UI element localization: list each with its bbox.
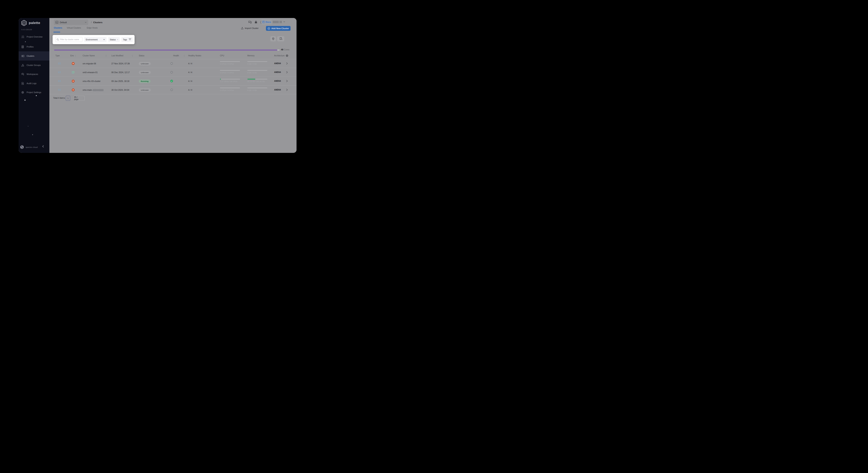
cluster-name[interactable]: vmo-45c-03-cluster: [83, 80, 100, 82]
memory-usage-text: 0 Gb / 0 Gb: [247, 72, 257, 74]
cluster-type-icon: [58, 88, 61, 91]
project-selector[interactable]: Default: [54, 20, 88, 25]
doc-search-icon: [21, 82, 24, 85]
col-health[interactable]: Health: [173, 55, 185, 57]
sidebar-item-cluster-groups[interactable]: Cluster Groups: [19, 61, 50, 70]
add-new-cluster-button[interactable]: Add New Cluster: [266, 26, 290, 31]
status-badge: Unknown: [139, 62, 151, 65]
col-architecture: Architecture: [274, 55, 284, 57]
cpu-usage-text: 0 CPUs / 0 CPUs: [220, 63, 234, 65]
cpu-usage-bar: [220, 88, 240, 88]
col-memory: Memory: [247, 55, 254, 57]
palette-logo-icon: [21, 20, 27, 26]
healthy-nodes: 4 / 4: [188, 89, 192, 91]
svg-text:CSV: CSV: [280, 39, 282, 40]
memory-usage-text: 0 Gb / 0 Gb: [247, 63, 257, 65]
cores-usage-fill: [54, 49, 277, 50]
col-last-modified[interactable]: Last Modified: [112, 55, 133, 57]
table-body: vm-migrate-06 27 Nov 2024, 07:39 Unknown…: [50, 59, 297, 94]
table-row[interactable]: vm-migrate-06 27 Nov 2024, 07:39 Unknown…: [50, 59, 297, 68]
status-dropdown[interactable]: Status: [108, 37, 120, 42]
page-size-select[interactable]: 25 / page: [74, 96, 85, 101]
import-cluster-button[interactable]: Import Cluster: [241, 27, 258, 29]
brand-name: palette: [29, 21, 40, 25]
feedback-chat-icon[interactable]: [248, 20, 252, 24]
footer-brand-label: spectro cloud: [26, 146, 38, 148]
sidebar-item-project-settings[interactable]: Project Settings: [19, 88, 50, 97]
chevron-down-icon: [103, 39, 105, 40]
health-ok-icon: [170, 80, 173, 82]
cluster-name[interactable]: vm-migrate-06: [83, 62, 96, 65]
cpu-usage-text: 0 CPUs / 0 CPUs: [220, 89, 234, 91]
user-menu-chevron-icon[interactable]: [283, 21, 285, 22]
sidebar-item-label: Audit Logs: [27, 82, 37, 85]
collapse-sidebar-icon[interactable]: [42, 145, 44, 148]
cpu-usage-text: 2.17 CPUs / 48 CPUs: [220, 80, 237, 82]
env-openshift-icon: [72, 89, 74, 91]
row-chevron-right-icon[interactable]: [286, 80, 288, 82]
col-status: Status: [139, 55, 144, 57]
docs-button[interactable]: Docs: [261, 20, 272, 25]
user-name-redacted[interactable]: [273, 21, 279, 23]
breadcrumb-separator: /: [91, 21, 92, 24]
memory-usage-bar: [247, 79, 267, 79]
sort-icon: [132, 55, 133, 57]
project-selector-value: Default: [60, 21, 83, 24]
decorative-dot: [28, 126, 28, 127]
environment-dropdown[interactable]: Environment: [84, 37, 106, 42]
table-row[interactable]: vm0-vmware-01 06 Dec 2024, 12:17 Unknown…: [50, 68, 297, 76]
filter-funnel-icon: [129, 38, 131, 40]
app-window: palette 4.6.0-250108 Project Overview: [19, 18, 297, 153]
sidebar-item-label: Workspaces: [27, 73, 38, 75]
tab-clusters[interactable]: Clusters: [54, 27, 62, 31]
active-tab-indicator: [53, 32, 60, 32]
sidebar-item-clusters[interactable]: Clusters: [19, 52, 50, 61]
sidebar-item-project-overview[interactable]: Project Overview: [19, 32, 50, 41]
decorative-dot: [32, 134, 33, 135]
bar-chart-icon: [21, 35, 24, 38]
prev-page-button[interactable]: ‹: [63, 97, 64, 99]
last-modified: 09 Jan 2025, 18:18: [112, 80, 129, 82]
sidebar-item-audit-logs[interactable]: Audit Logs: [19, 79, 50, 88]
cluster-search: [55, 37, 82, 42]
tab-virtual-clusters[interactable]: Virtual Clusters: [67, 27, 81, 31]
export-csv-button[interactable]: CSV: [277, 36, 284, 41]
next-page-button[interactable]: ›: [71, 97, 71, 99]
sidebar-item-workspaces[interactable]: Workspaces: [19, 70, 50, 79]
column-settings-gear-icon[interactable]: [285, 54, 288, 57]
healthy-nodes: 4 / 4: [188, 62, 192, 65]
architecture: AMD64: [274, 89, 281, 91]
breadcrumb: / Clusters: [91, 20, 102, 25]
row-chevron-right-icon[interactable]: [286, 89, 288, 91]
bug-report-icon[interactable]: [254, 20, 258, 24]
add-new-cluster-label: Add New Cluster: [271, 27, 289, 30]
architecture: AMD64: [274, 71, 281, 73]
current-page-button[interactable]: 1: [66, 96, 70, 101]
table-row[interactable]: vmo-45c-03-cluster 09 Jan 2025, 18:18 Ru…: [50, 76, 297, 85]
cluster-name[interactable]: vm0-vmware-01: [83, 71, 98, 73]
env-openshift-icon: [72, 62, 74, 65]
orbit-icon: [21, 73, 24, 76]
cores-usage-bar: [54, 49, 280, 50]
tab-edge-hosts[interactable]: Edge Hosts: [87, 27, 98, 31]
status-label: Status: [110, 38, 116, 41]
search-input[interactable]: [60, 38, 81, 40]
cluster-name[interactable]: vmo-main-: [83, 89, 104, 91]
sort-icon: [105, 55, 107, 57]
layers-icon: [21, 45, 24, 48]
plus-circle-icon: [268, 27, 270, 30]
table-row[interactable]: vmo-main- 30 Oct 2024, 04:04 Unknown 4 /…: [50, 85, 297, 94]
row-chevron-right-icon[interactable]: [286, 71, 288, 73]
health-unknown-icon: [170, 89, 173, 91]
sidebar-item-label: Project Settings: [27, 91, 41, 94]
env-openshift-icon: [72, 80, 74, 82]
last-modified: 30 Oct 2024, 04:04: [112, 89, 129, 91]
col-env[interactable]: Env: [70, 55, 76, 57]
more-filters-button[interactable]: [127, 37, 133, 42]
map-view-button[interactable]: [270, 36, 276, 41]
sidebar-item-profiles[interactable]: Profiles: [19, 42, 50, 52]
project-chart-icon: [55, 21, 58, 24]
col-type: Type: [55, 55, 60, 57]
col-cluster-name[interactable]: Cluster Name: [83, 55, 107, 57]
row-chevron-right-icon[interactable]: [286, 62, 288, 65]
